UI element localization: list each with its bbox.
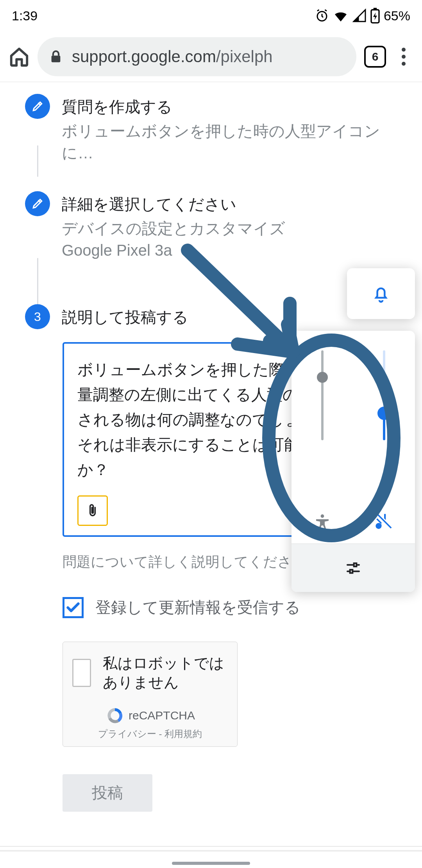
recaptcha-label: 私はロボットではありません <box>103 654 228 692</box>
edit-icon <box>25 191 50 216</box>
subscribe-row[interactable]: 登録して更新情報を受信する <box>63 597 422 618</box>
accessibility-slider[interactable] <box>321 350 324 440</box>
bell-icon <box>371 284 391 303</box>
submit-label: 投稿 <box>92 782 123 803</box>
tab-count: 6 <box>372 50 379 63</box>
status-bar: 1:39 65% <box>0 0 422 31</box>
lock-icon <box>49 49 63 65</box>
divider <box>0 850 422 852</box>
battery-percent: 65% <box>384 8 410 23</box>
accessibility-person-icon <box>313 513 332 532</box>
home-icon[interactable] <box>9 46 30 67</box>
step-connector <box>37 258 38 309</box>
recaptcha-brand: reCAPTCHA <box>105 706 195 725</box>
svg-point-4 <box>321 515 324 518</box>
nav-handle[interactable] <box>172 862 250 865</box>
browser-toolbar: support.google.com/pixelph 6 <box>0 31 422 82</box>
svg-rect-3 <box>52 56 61 62</box>
music-off-icon <box>374 511 394 532</box>
battery-icon <box>370 8 380 23</box>
address-bar[interactable]: support.google.com/pixelph <box>38 37 356 76</box>
check-icon <box>65 600 81 615</box>
status-indicators: 65% <box>315 8 410 23</box>
accessibility-volume-column[interactable] <box>291 339 353 543</box>
media-volume-column[interactable] <box>353 339 415 543</box>
attachment-button[interactable] <box>77 495 108 526</box>
overflow-menu-icon[interactable] <box>394 48 413 66</box>
subscribe-label: 登録して更新情報を受信する <box>95 597 300 618</box>
volume-ring-popup[interactable] <box>347 268 415 319</box>
edit-icon <box>25 94 50 119</box>
step-2-sub2: Google Pixel 3a <box>62 239 406 261</box>
step-2-title: 詳細を選択してください <box>62 194 406 215</box>
alarm-icon <box>315 9 329 23</box>
url-text: support.google.com/pixelph <box>72 47 273 66</box>
cellular-icon <box>352 9 367 23</box>
svg-rect-5 <box>354 563 357 566</box>
recaptcha-checkbox[interactable] <box>72 659 91 687</box>
recaptcha-links[interactable]: プライバシー - 利用規約 <box>98 728 202 740</box>
wifi-icon <box>333 8 349 23</box>
svg-rect-6 <box>350 570 353 573</box>
divider <box>0 846 422 846</box>
media-slider[interactable] <box>383 350 385 440</box>
volume-panel[interactable] <box>291 331 415 592</box>
step-1[interactable]: 質問を作成する ボリュームボタンを押した時の人型アイコンに… <box>25 94 422 164</box>
svg-rect-2 <box>374 8 377 10</box>
subscribe-checkbox[interactable] <box>63 597 84 618</box>
recaptcha-icon <box>105 706 125 725</box>
step-1-sub: ボリュームボタンを押した時の人型アイコンに… <box>62 120 406 164</box>
submit-button[interactable]: 投稿 <box>63 774 152 812</box>
step-2-sub1: デバイスの設定とカスタマイズ <box>62 217 406 239</box>
step-number-badge: 3 <box>25 304 50 329</box>
sliders-icon <box>345 560 361 576</box>
paperclip-icon <box>85 501 100 520</box>
tab-switcher[interactable]: 6 <box>364 46 386 68</box>
step-1-title: 質問を作成する <box>62 96 406 118</box>
status-time: 1:39 <box>12 8 38 23</box>
recaptcha-widget: 私はロボットではありません reCAPTCHA プライバシー - 利用規約 <box>63 642 238 747</box>
volume-settings-button[interactable] <box>291 543 415 592</box>
step-2[interactable]: 詳細を選択してください デバイスの設定とカスタマイズ Google Pixel … <box>25 191 422 261</box>
